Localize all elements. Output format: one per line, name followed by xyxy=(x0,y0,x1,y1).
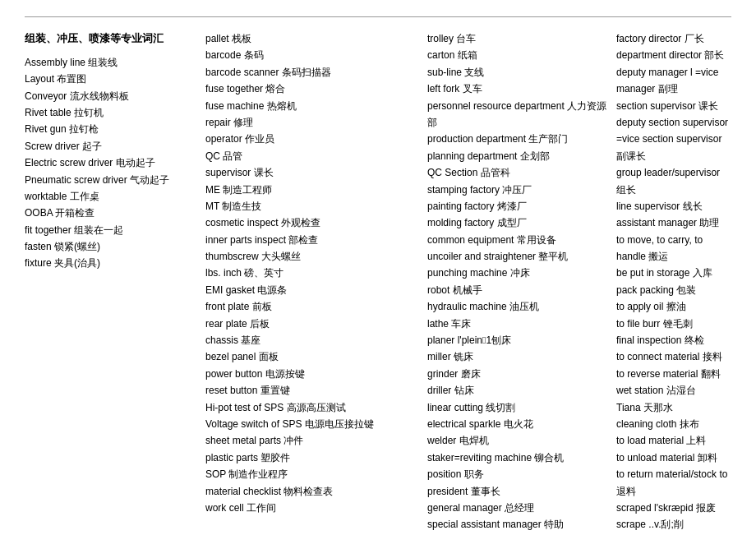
list-item: welder 电焊机 xyxy=(427,432,608,449)
list-item: lathe 车床 xyxy=(427,316,608,332)
list-item: scrape ..v.刮;削 xyxy=(616,516,731,533)
list-item: linear cutting 线切割 xyxy=(427,399,608,416)
list-item: sub-line 支线 xyxy=(427,64,608,81)
left-word-list: Assembly line 组装线Layout 布置图Conveyor 流水线物… xyxy=(25,54,197,272)
list-item: driller 钻床 xyxy=(427,382,608,399)
list-item: final inspection 终检 xyxy=(616,332,731,348)
list-item: to unload material 卸料 xyxy=(616,450,731,466)
list-item: ME 制造工程师 xyxy=(205,182,419,198)
list-item: inner parts inspect 部检查 xyxy=(205,232,419,248)
list-item: fixture 夹具(治具) xyxy=(25,255,197,271)
list-item: to load material 上料 xyxy=(616,432,731,449)
list-item: Rivet gun 拉钉枪 xyxy=(25,121,197,137)
right-mid-column: trolley 台车carton 纸箱sub-line 支线left fork … xyxy=(427,30,616,535)
list-item: cleaning cloth 抹布 xyxy=(616,416,731,432)
list-item: OOBA 开箱检查 xyxy=(25,205,197,221)
mid-column: pallet 栈板barcode 条码barcode scanner 条码扫描器… xyxy=(205,30,427,535)
list-item: deputy section supervisor =vice section … xyxy=(616,114,731,164)
list-item: electrical sparkle 电火花 xyxy=(427,416,608,432)
list-item: QC Section 品管科 xyxy=(427,164,608,181)
list-item: stamping factory 冲压厂 xyxy=(427,182,608,198)
list-item: power button 电源按键 xyxy=(205,366,419,382)
list-item: to move, to carry, to handle 搬运 xyxy=(616,232,731,265)
list-item: reset button 重置键 xyxy=(205,382,419,399)
list-item: Screw driver 起子 xyxy=(25,138,197,155)
right-mid-word-list: trolley 台车carton 纸箱sub-line 支线left fork … xyxy=(427,30,608,533)
list-item: Pneumatic screw driver 气动起子 xyxy=(25,172,197,188)
list-item: to file burr 锉毛刺 xyxy=(616,316,731,332)
list-item: thumbscrew 大头螺丝 xyxy=(205,248,419,265)
list-item: fit together 组装在一起 xyxy=(25,222,197,238)
list-item: production department 生产部门 xyxy=(427,131,608,147)
list-item: rear plate 后板 xyxy=(205,316,419,332)
list-item: Voltage switch of SPS 电源电压接拉键 xyxy=(205,416,419,432)
list-item: barcode 条码 xyxy=(205,47,419,63)
list-item: repair 修理 xyxy=(205,114,419,131)
list-item: Tiana 天那水 xyxy=(616,399,731,416)
list-item: general manager 总经理 xyxy=(427,500,608,516)
list-item: supervisor 课长 xyxy=(205,164,419,181)
list-item: Hi-pot test of SPS 高源高压测试 xyxy=(205,399,419,416)
list-item: special assistant manager 特助 xyxy=(427,516,608,533)
list-item: be put in storage 入库 xyxy=(616,265,731,281)
list-item: barcode scanner 条码扫描器 xyxy=(205,64,419,81)
list-item: Electric screw driver 电动起子 xyxy=(25,155,197,171)
list-item: bezel panel 面板 xyxy=(205,348,419,365)
left-column: 组装、冲压、喷漆等专业词汇 Assembly line 组装线Layout 布置… xyxy=(25,30,205,535)
list-item: plastic parts 塑胶件 xyxy=(205,450,419,466)
list-item: scraped l'skræpid 报废 xyxy=(616,500,731,516)
list-item: carton 纸箱 xyxy=(427,47,608,63)
mid-word-list: pallet 栈板barcode 条码barcode scanner 条码扫描器… xyxy=(205,30,419,516)
list-item: front plate 前板 xyxy=(205,298,419,315)
list-item: cosmetic inspect 外观检查 xyxy=(205,214,419,231)
list-item: worktable 工作桌 xyxy=(25,188,197,205)
list-item: personnel resource department 人力资源部 xyxy=(427,98,608,131)
right-column: factory director 厂长department director 部… xyxy=(616,30,731,535)
list-item: sheet metal parts 冲件 xyxy=(205,432,419,449)
section-title: 组装、冲压、喷漆等专业词汇 xyxy=(25,30,197,48)
list-item: hydraulic machine 油压机 xyxy=(427,298,608,315)
list-item: to apply oil 擦油 xyxy=(616,298,731,315)
list-item: robot 机械手 xyxy=(427,282,608,298)
list-item: fasten 锁紧(螺丝) xyxy=(25,238,197,255)
list-item: QC 品管 xyxy=(205,148,419,164)
list-item: group leader/supervisor 组长 xyxy=(616,164,731,198)
list-item: lbs. inch 磅、英寸 xyxy=(205,265,419,281)
list-item: painting factory 烤漆厂 xyxy=(427,198,608,214)
list-item: section supervisor 课长 xyxy=(616,98,731,114)
list-item: factory director 厂长 xyxy=(616,30,731,47)
list-item: material checklist 物料检查表 xyxy=(205,483,419,500)
list-item: operator 作业员 xyxy=(205,131,419,147)
list-item: staker=reviting machine 铆合机 xyxy=(427,450,608,466)
list-item: common equipment 常用设备 xyxy=(427,232,608,248)
list-item: line supervisor 线长 xyxy=(616,198,731,214)
list-item: wet station 沾湿台 xyxy=(616,382,731,399)
list-item: punching machine 冲床 xyxy=(427,265,608,281)
list-item: work cell 工作间 xyxy=(205,500,419,516)
list-item: planning department 企划部 xyxy=(427,148,608,164)
list-item: assistant manager 助理 xyxy=(616,214,731,231)
right-word-list: factory director 厂长department director 部… xyxy=(616,30,731,535)
list-item: president 董事长 xyxy=(427,483,608,500)
list-item: chassis 基座 xyxy=(205,332,419,348)
list-item: Rivet table 拉钉机 xyxy=(25,104,197,121)
list-item: trolley 台车 xyxy=(427,30,608,47)
list-item: Assembly line 组装线 xyxy=(25,54,197,71)
list-item: molding factory 成型厂 xyxy=(427,214,608,231)
page-layout: 组装、冲压、喷漆等专业词汇 Assembly line 组装线Layout 布置… xyxy=(25,30,731,535)
list-item: MT 制造生技 xyxy=(205,198,419,214)
list-item: SOP 制造作业程序 xyxy=(205,466,419,482)
list-item: fuse machine 热熔机 xyxy=(205,98,419,114)
list-item: to reverse material 翻料 xyxy=(616,366,731,382)
list-item: pallet 栈板 xyxy=(205,30,419,47)
list-item: uncoiler and straightener 整平机 xyxy=(427,248,608,265)
list-item: grinder 磨床 xyxy=(427,366,608,382)
list-item: pack packing 包装 xyxy=(616,282,731,298)
list-item: to connect material 接料 xyxy=(616,348,731,365)
top-divider xyxy=(25,16,731,17)
list-item: position 职务 xyxy=(427,466,608,482)
list-item: Conveyor 流水线物料板 xyxy=(25,88,197,104)
list-item: EMI gasket 电源条 xyxy=(205,282,419,298)
list-item: department director 部长 xyxy=(616,47,731,63)
list-item: to return material/stock to 退料 xyxy=(616,466,731,500)
